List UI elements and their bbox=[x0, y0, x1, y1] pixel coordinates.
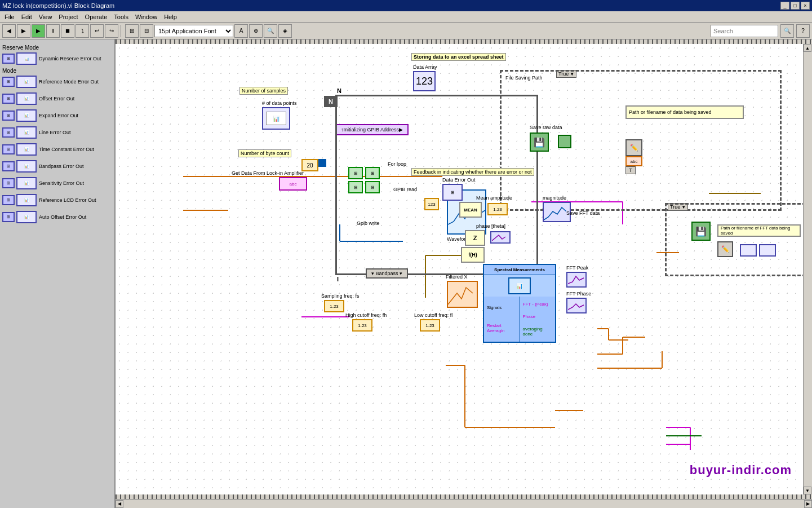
loop-block-4: ⊟ bbox=[365, 181, 380, 193]
loop-num-icon: 123 bbox=[424, 198, 439, 210]
for-loop-label: For loop bbox=[388, 161, 406, 167]
tool4[interactable]: ⊕ bbox=[249, 24, 263, 38]
save-disk-icon: 💾 bbox=[530, 132, 549, 152]
block-diagram-canvas[interactable]: Number of samples # of data points 📊 N bbox=[116, 44, 803, 494]
filtered-x-block bbox=[447, 281, 478, 308]
close-button[interactable]: × bbox=[801, 2, 810, 10]
font-selector[interactable]: 15pt Application Font bbox=[154, 25, 233, 37]
menu-project[interactable]: Project bbox=[55, 13, 81, 21]
bandpass-icon: ⊞ bbox=[2, 161, 15, 171]
step-button[interactable]: ⤵ bbox=[76, 24, 89, 38]
run-button[interactable]: ▶ bbox=[32, 24, 45, 38]
menu-window[interactable]: Window bbox=[132, 13, 161, 21]
menu-tools[interactable]: Tools bbox=[110, 13, 132, 21]
time-const-block: 📊 bbox=[16, 143, 37, 156]
scroll-left-button[interactable]: ◀ bbox=[116, 500, 123, 508]
bandpass-label: Bandpass Error Out bbox=[39, 164, 84, 170]
data-error-out-label: Data Error Out bbox=[442, 177, 476, 183]
pause-button[interactable]: ⏸ bbox=[46, 24, 60, 38]
spectral-output-ports: FFT - (Peak) Phase averaging done bbox=[520, 297, 556, 342]
reserve-icon: ⊞ bbox=[2, 54, 15, 64]
storing-data-label: Storing data to an excel spread sheet bbox=[411, 53, 506, 61]
ref-lcd-icon: ⊞ bbox=[2, 195, 15, 205]
sensitivity-label: Sensitivity Error Out bbox=[39, 180, 84, 187]
toolbar: ◀ ▶ ▶ ⏸ ⏹ ⤵ ↩ ↪ ⊞ ⊟ 15pt Application Fon… bbox=[0, 23, 812, 39]
gpib-write-label: Gpib write bbox=[357, 220, 380, 226]
reserve-block: 📊 bbox=[16, 52, 37, 65]
tool1[interactable]: ⊞ bbox=[125, 24, 139, 38]
title-bar-title: MZ lock in(competition).vi Block Diagram bbox=[2, 2, 114, 9]
tool3[interactable]: A bbox=[234, 24, 248, 38]
tool2[interactable]: ⊟ bbox=[140, 24, 153, 38]
loop-block-3: ⊟ bbox=[348, 181, 363, 193]
menu-help[interactable]: Help bbox=[161, 13, 180, 21]
menu-edit[interactable]: Edit bbox=[18, 13, 36, 21]
redo-button[interactable]: ↪ bbox=[105, 24, 118, 38]
scrollbar-vertical[interactable]: ▲ ▼ bbox=[803, 44, 812, 494]
sidebar-item-auto-offset: ⊞ 📊 Auto Offset Error Out bbox=[2, 210, 112, 224]
sampling-freq-label: Sampling freq: fs bbox=[321, 293, 360, 299]
byte-count-value[interactable]: 20 bbox=[301, 159, 318, 171]
sampling-freq-control[interactable]: 1.23 bbox=[324, 300, 344, 312]
num-byte-count-label: Number of byte count bbox=[238, 149, 291, 157]
abc-block: abc bbox=[625, 156, 642, 166]
forward-button[interactable]: ▶ bbox=[17, 24, 30, 38]
fft-path-display: Path or filename of FFT data being saved bbox=[717, 224, 801, 237]
scroll-right-button[interactable]: ▶ bbox=[804, 500, 812, 508]
phase-indicator bbox=[490, 231, 511, 244]
fft-peak-output-port: FFT - (Peak) bbox=[522, 301, 554, 307]
scrollbar-horizontal[interactable]: ◀ ▶ bbox=[116, 499, 812, 508]
high-cutoff-control[interactable]: 1.23 bbox=[352, 319, 372, 332]
low-cutoff-control[interactable]: 1.23 bbox=[420, 319, 440, 332]
reserve-mode-label: Reserve Mode bbox=[2, 44, 112, 51]
stop-button[interactable]: ⏹ bbox=[61, 24, 74, 38]
bandpass-control[interactable]: ▾ Bandpass ▾ bbox=[366, 268, 408, 279]
reference-mode-label: Reference Mode Error Out bbox=[39, 79, 99, 85]
offset-icon: ⊞ bbox=[2, 94, 15, 104]
minimize-button[interactable]: _ bbox=[780, 2, 789, 10]
fft-phase-block bbox=[566, 298, 587, 313]
save-fft-label: Save FFT data bbox=[566, 210, 600, 216]
tool5[interactable]: 🔍 bbox=[264, 24, 277, 38]
blue-connector bbox=[318, 159, 326, 167]
low-cutoff-label: Low cutoff freq: fl bbox=[414, 312, 452, 318]
expand-label: Expand Error Out bbox=[39, 113, 78, 119]
gpib-read-label: GPIB read bbox=[393, 187, 417, 192]
high-cutoff-label: High cutoff freq: fh bbox=[345, 312, 387, 318]
fft-peak-label: FFT Peak bbox=[566, 265, 588, 271]
sidebar-item-expand: ⊞ 📊 Expand Error Out bbox=[2, 108, 112, 123]
undo-button[interactable]: ↩ bbox=[90, 24, 104, 38]
search-input[interactable] bbox=[711, 25, 778, 37]
data-array-block: 123 bbox=[413, 71, 436, 91]
search-button[interactable]: 🔍 bbox=[780, 24, 794, 38]
scroll-track bbox=[804, 52, 812, 487]
auto-offset-block: 📊 bbox=[16, 211, 37, 223]
menu-view[interactable]: View bbox=[36, 13, 56, 21]
menu-file[interactable]: File bbox=[1, 13, 18, 21]
header-dots-top bbox=[116, 39, 812, 44]
num-data-points-label: # of data points bbox=[262, 100, 297, 106]
sensitivity-icon: ⊞ bbox=[2, 178, 15, 188]
menu-operate[interactable]: Operate bbox=[82, 13, 111, 21]
string-block: abc bbox=[279, 177, 307, 191]
help-button[interactable]: ? bbox=[796, 24, 810, 38]
bool-indicator-1 bbox=[558, 135, 571, 148]
expand-icon: ⊞ bbox=[2, 111, 15, 121]
ref-lcd-label: Reference LCD Error Out bbox=[39, 197, 96, 204]
maximize-button[interactable]: □ bbox=[791, 2, 800, 10]
offset-label: Offset Error Out bbox=[39, 96, 74, 102]
scroll-up-button[interactable]: ▲ bbox=[804, 44, 811, 52]
title-bar-controls[interactable]: _ □ × bbox=[780, 2, 810, 10]
header-dots-bottom bbox=[116, 494, 812, 499]
i-loop-label: I bbox=[336, 276, 340, 282]
mode-block: 📊 bbox=[16, 76, 37, 88]
scroll-down-button[interactable]: ▼ bbox=[804, 487, 811, 494]
sidebar-item-bandpass: ⊞ 📊 Bandpass Error Out bbox=[2, 159, 112, 174]
back-button[interactable]: ◀ bbox=[2, 24, 16, 38]
line-block: 📊 bbox=[16, 126, 37, 139]
sidebar-item-sensitivity: ⊞ 📊 Sensitivity Error Out bbox=[2, 176, 112, 191]
data-points-control[interactable]: 📊 bbox=[262, 107, 290, 130]
num-samples-label: Number of samples bbox=[239, 87, 288, 95]
tool6[interactable]: ◈ bbox=[278, 24, 292, 38]
spectral-title: Spectral Measurements bbox=[484, 265, 555, 275]
